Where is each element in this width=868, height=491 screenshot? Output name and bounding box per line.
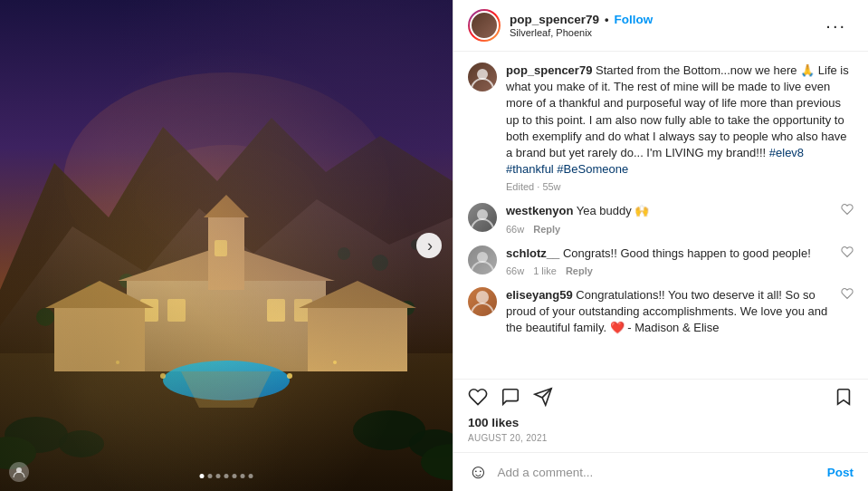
post-author-avatar-small [9, 462, 29, 482]
pagination-dot[interactable] [208, 474, 213, 478]
post-image-panel [0, 0, 453, 491]
commenter-username[interactable]: westkenyon [506, 204, 573, 217]
share-button[interactable] [533, 387, 553, 410]
comment-like-icon[interactable] [841, 287, 854, 303]
post-detail-panel: pop_spencer79 • Follow Silverleaf, Phoen… [453, 0, 868, 491]
comment-text: westkenyon Yea buddy 🙌 [506, 203, 832, 219]
commenter-avatar[interactable] [468, 246, 497, 274]
comment-like-icon[interactable] [841, 203, 854, 218]
pagination-dot[interactable] [249, 474, 253, 478]
comment-text: schlotz__ Congrats!! Good things happen … [506, 246, 832, 262]
add-comment-bar: ☺ Post [453, 452, 868, 491]
comment-button[interactable] [501, 387, 520, 410]
pagination-dot[interactable] [241, 474, 245, 478]
next-image-button[interactable] [416, 233, 442, 258]
reply-button[interactable]: Reply [566, 265, 593, 276]
author-avatar[interactable] [468, 9, 501, 42]
comment-item: westkenyon Yea buddy 🙌 66w Reply [468, 203, 854, 234]
commenter-username[interactable]: schlotz__ [506, 246, 559, 260]
commenter-avatar[interactable] [468, 203, 497, 232]
pagination-dot[interactable] [200, 474, 205, 478]
actions-bar: 100 likes August 20, 2021 [453, 379, 868, 452]
author-username-row: pop_spencer79 • Follow [510, 13, 818, 26]
comment-item: schlotz__ Congrats!! Good things happen … [468, 246, 854, 276]
caption-text: pop_spencer79 Started from the Bottom...… [506, 63, 854, 178]
caption-avatar[interactable] [468, 63, 497, 91]
reply-button[interactable]: Reply [533, 224, 560, 235]
author-info: pop_spencer79 • Follow Silverleaf, Phoen… [510, 13, 818, 38]
comment-body: schlotz__ Congrats!! Good things happen … [506, 246, 832, 276]
emoji-button[interactable]: ☺ [468, 460, 488, 484]
post-date: August 20, 2021 [468, 433, 854, 443]
image-overlay [0, 0, 453, 491]
comment-meta: 66w 1 like Reply [506, 265, 832, 276]
comment-like-icon[interactable] [841, 246, 854, 261]
dot-separator: • [605, 13, 609, 26]
action-icons-row [468, 387, 854, 410]
post-location: Silverleaf, Phoenix [510, 27, 818, 38]
caption-username[interactable]: pop_spencer79 [506, 63, 592, 77]
pagination-dot[interactable] [216, 474, 221, 478]
commenter-username[interactable]: eliseyang59 [506, 288, 573, 302]
likes-count: 100 likes [468, 416, 854, 429]
image-pagination [200, 474, 253, 478]
follow-button[interactable]: Follow [615, 13, 653, 26]
post-comment-button[interactable]: Post [827, 466, 854, 479]
more-options-button[interactable]: ··· [818, 12, 854, 40]
commenter-avatar[interactable] [468, 287, 497, 316]
comment-body: westkenyon Yea buddy 🙌 66w Reply [506, 203, 832, 234]
like-button[interactable] [468, 387, 488, 410]
caption-item: pop_spencer79 Started from the Bottom...… [468, 63, 854, 192]
caption-body: pop_spencer79 Started from the Bottom...… [506, 63, 854, 192]
caption-edited: Edited · 55w [506, 181, 854, 192]
comment-meta: 66w Reply [506, 224, 832, 235]
comment-body: eliseyang59 Congratulations!! You two de… [506, 287, 832, 337]
comment-text: eliseyang59 Congratulations!! You two de… [506, 287, 832, 337]
comment-time: 66w [506, 265, 524, 276]
svg-point-43 [476, 291, 489, 303]
comment-item: eliseyang59 Congratulations!! You two de… [468, 287, 854, 337]
app-container: pop_spencer79 • Follow Silverleaf, Phoen… [0, 0, 868, 491]
comment-time: 66w [506, 224, 524, 235]
author-username-text[interactable]: pop_spencer79 [510, 13, 599, 26]
pagination-dot[interactable] [233, 474, 237, 478]
comment-likes: 1 like [533, 265, 557, 276]
bookmark-button[interactable] [834, 387, 854, 410]
comment-input[interactable] [497, 466, 817, 479]
comments-area: pop_spencer79 Started from the Bottom...… [453, 52, 868, 379]
post-header: pop_spencer79 • Follow Silverleaf, Phoen… [453, 0, 868, 52]
pagination-dot[interactable] [224, 474, 229, 478]
